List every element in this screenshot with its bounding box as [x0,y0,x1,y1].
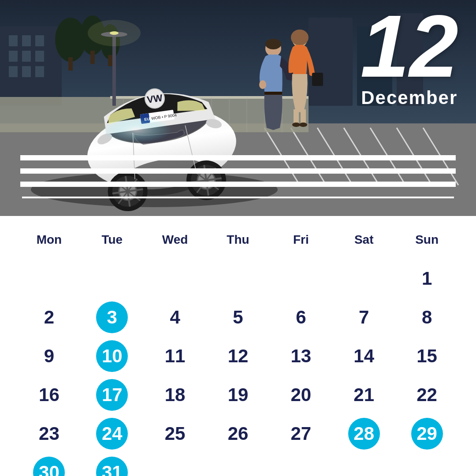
svg-rect-75 [264,92,282,95]
calendar-grid: MonTueWedThuFriSatSun0000001234567891011… [18,229,458,476]
day-number[interactable]: 25 [159,418,191,450]
day-number[interactable]: 18 [159,379,191,411]
day-number[interactable]: 31 [96,457,128,476]
svg-point-83 [299,123,307,127]
day-cell: 28 [332,414,395,453]
day-cell: 0 [18,259,81,298]
day-number[interactable]: 16 [33,379,65,411]
day-number[interactable]: 20 [285,379,317,411]
day-cell: 23 [18,414,81,453]
day-header-fri: Fri [269,229,332,259]
day-header-label: Thu [227,233,249,256]
day-number[interactable]: 30 [33,457,65,476]
day-number[interactable]: 22 [411,379,443,411]
day-cell: 0 [269,453,332,476]
day-cell: 16 [18,376,81,414]
day-number[interactable]: 12 [222,340,254,372]
day-header-wed: Wed [144,229,207,259]
svg-text:VW: VW [146,92,164,105]
day-header-label: Wed [162,233,188,256]
svg-rect-3 [22,35,31,46]
svg-rect-79 [312,73,323,86]
svg-rect-4 [35,35,44,46]
day-header-tue: Tue [81,229,144,259]
day-header-label: Sat [354,233,374,256]
date-overlay: 12 December [361,9,458,108]
svg-rect-7 [35,51,44,62]
day-cell: 24 [81,414,144,453]
day-number[interactable]: 1 [411,263,443,294]
day-cell: 0 [269,259,332,298]
svg-point-43 [88,20,141,46]
day-cell: 3 [81,298,144,337]
day-cell: 20 [269,376,332,414]
day-cell: 12 [207,337,270,376]
day-cell: 1 [395,259,458,298]
day-header-label: Mon [37,233,62,256]
background-image: VW EU WOB • P 9004 [0,0,476,216]
day-number[interactable]: 6 [285,301,317,333]
day-header-label: Sun [415,233,439,256]
day-number[interactable]: 15 [411,340,443,372]
day-number[interactable]: 10 [96,340,128,372]
day-cell: 0 [144,259,207,298]
day-cell: 21 [332,376,395,414]
svg-point-76 [259,80,266,89]
day-number[interactable]: 14 [348,340,380,372]
day-number[interactable]: 7 [348,301,380,333]
day-cell: 0 [207,453,270,476]
svg-rect-80 [294,109,299,125]
day-cell: 17 [81,376,144,414]
day-cell: 22 [395,376,458,414]
svg-rect-2 [9,35,18,46]
day-cell: 6 [269,298,332,337]
day-number[interactable]: 27 [285,418,317,450]
day-number[interactable]: 4 [159,301,191,333]
day-number[interactable]: 5 [222,301,254,333]
day-cell: 7 [332,298,395,337]
svg-point-82 [292,123,300,127]
day-number[interactable]: 21 [348,379,380,411]
day-cell: 15 [395,337,458,376]
day-number[interactable]: 3 [96,301,128,333]
day-cell: 13 [269,337,332,376]
day-cell: 10 [81,337,144,376]
day-header-thu: Thu [207,229,270,259]
day-cell: 19 [207,376,270,414]
day-number[interactable]: 11 [159,340,191,372]
svg-point-74 [265,39,281,49]
day-cell: 25 [144,414,207,453]
day-cell: 9 [18,337,81,376]
day-cell: 27 [269,414,332,453]
day-cell: 2 [18,298,81,337]
day-cell: 29 [395,414,458,453]
date-month: December [361,87,458,108]
day-number[interactable]: 8 [411,301,443,333]
day-cell: 5 [207,298,270,337]
day-number[interactable]: 2 [33,301,65,333]
day-header-sun: Sun [395,229,458,259]
page-wrapper: VW EU WOB • P 9004 [0,0,476,476]
day-cell: 0 [81,259,144,298]
svg-point-84 [101,117,172,143]
calendar-section: MonTueWedThuFriSatSun0000001234567891011… [0,216,476,476]
svg-rect-6 [22,51,31,62]
day-number[interactable]: 23 [33,418,65,450]
day-cell: 4 [144,298,207,337]
svg-rect-10 [35,66,44,77]
svg-rect-5 [9,51,18,62]
day-number[interactable]: 26 [222,418,254,450]
day-cell: 0 [332,259,395,298]
day-cell: 8 [395,298,458,337]
day-number[interactable]: 13 [285,340,317,372]
day-cell: 0 [395,453,458,476]
image-section: VW EU WOB • P 9004 [0,0,476,216]
day-number[interactable]: 29 [411,418,443,450]
day-number[interactable]: 9 [33,340,65,372]
svg-rect-14 [90,51,95,64]
day-number[interactable]: 24 [96,418,128,450]
day-number[interactable]: 19 [222,379,254,411]
day-number[interactable]: 17 [96,379,128,411]
day-number[interactable]: 28 [348,418,380,450]
svg-rect-8 [9,66,18,77]
